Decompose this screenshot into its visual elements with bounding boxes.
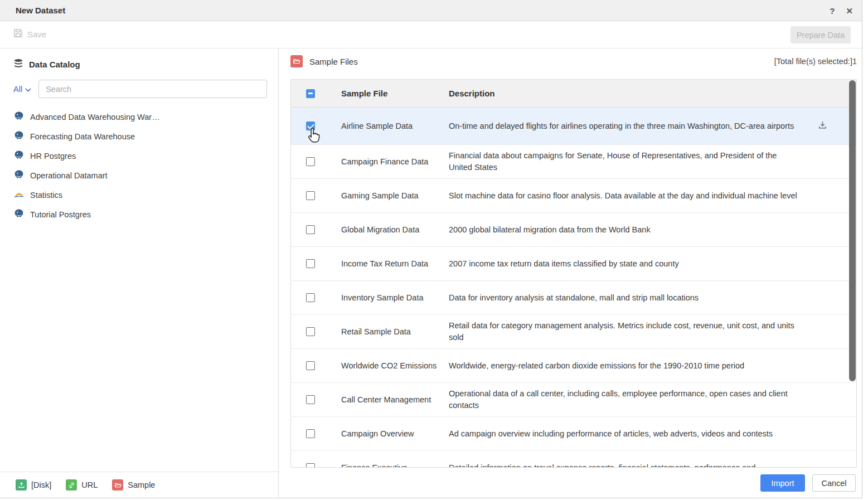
postgres-elephant-icon (14, 130, 24, 142)
sample-file-name: Finance Executive (341, 463, 449, 468)
catalog-item-label: Statistics (30, 191, 62, 200)
sample-file-description: 2007 income tax return data items classi… (449, 253, 800, 275)
save-button-label: Save (27, 30, 46, 39)
download-icon[interactable] (818, 120, 827, 132)
sample-file-description: Retail data for category management anal… (449, 315, 800, 348)
table-row-worldwide-co2-emissions[interactable]: Worldwide CO2 Emissions Worldwide, energ… (291, 348, 856, 382)
catalog-item-label: Forecasting Data Warehouse (30, 132, 135, 141)
sample-file-name: Inventory Sample Data (341, 293, 449, 302)
legend-url-label: URL (81, 480, 98, 489)
sample-file-description: 2000 global bilateral migration data fro… (449, 219, 800, 241)
table-row-finance-executive[interactable]: Finance Executive Detailed information o… (291, 450, 856, 468)
table-header-row: Sample File Description (291, 80, 856, 108)
column-header-description: Description (449, 89, 856, 98)
sample-files-header: Sample Files [Total file(s) selected:]1 (290, 48, 857, 79)
table-row-income-tax-return-data[interactable]: Income Tax Return Data 2007 income tax r… (291, 246, 856, 280)
sample-file-description: Ad campaign overview including performan… (449, 423, 800, 445)
database-stack-icon (13, 59, 23, 70)
table-row-inventory-sample-data[interactable]: Inventory Sample Data Data for inventory… (291, 280, 856, 314)
table-row-campaign-finance-data[interactable]: Campaign Finance Data Financial data abo… (291, 144, 856, 178)
table-row-call-center-management[interactable]: Call Center Management Operational data … (291, 382, 856, 416)
dialog-toolbar: Save Prepare Data (0, 21, 862, 48)
table-scrollbar-thumb[interactable] (849, 80, 856, 381)
catalog-list: Advanced Data Warehousing War… Forecasti… (0, 107, 278, 224)
row-checkbox[interactable] (306, 429, 315, 438)
postgres-elephant-icon (14, 150, 24, 162)
legend-sample[interactable]: Sample (112, 479, 155, 491)
sample-file-description: Detailed information on travel expense r… (449, 457, 800, 468)
catalog-item-forecasting-data-warehouse[interactable]: Forecasting Data Warehouse (0, 127, 278, 146)
chevron-down-icon (25, 85, 31, 94)
dialog-body: Data Catalog All (0, 48, 862, 498)
table-row-airline-sample-data[interactable]: Airline Sample Data On-time and delayed … (291, 108, 856, 144)
sample-file-description: Worldwide, energy-related carbon dioxide… (449, 355, 800, 377)
sample-file-description: On-time and delayed flights for airlines… (449, 115, 800, 137)
sample-file-name: Global Migration Data (341, 225, 449, 234)
close-icon[interactable]: ✕ (846, 7, 853, 15)
data-catalog-title: Data Catalog (29, 60, 80, 69)
sample-files-panel: Sample Files [Total file(s) selected:]1 … (279, 48, 862, 498)
table-row-campaign-overview[interactable]: Campaign Overview Ad campaign overview i… (291, 416, 856, 450)
prepare-data-button[interactable]: Prepare Data (791, 26, 851, 43)
row-checkbox[interactable] (306, 259, 315, 268)
catalog-item-label: Tutorial Postgres (30, 210, 91, 219)
catalog-item-label: HR Postgres (30, 152, 76, 161)
catalog-item-label: Operational Datamart (30, 171, 108, 180)
catalog-item-tutorial-postgres[interactable]: Tutorial Postgres (0, 205, 278, 224)
sample-files-table: Sample File Description Airline Sample D… (290, 79, 857, 468)
import-button[interactable]: Import (760, 474, 805, 492)
open-folder-icon (290, 55, 303, 67)
row-checkbox[interactable] (306, 157, 315, 166)
row-checkbox[interactable] (306, 225, 315, 234)
row-checkbox[interactable] (306, 191, 315, 200)
legend-disk-label: [Disk] (31, 480, 51, 489)
dialog-title: New Dataset (0, 6, 65, 15)
dialog-titlebar: New Dataset ? ✕ (0, 0, 862, 21)
select-all-cell (291, 89, 341, 98)
sample-file-name: Retail Sample Data (341, 327, 449, 336)
sample-file-description: Operational data of a call center, inclu… (449, 383, 800, 416)
data-catalog-header: Data Catalog (13, 59, 278, 70)
titlebar-actions: ? ✕ (830, 0, 853, 21)
legend-sample-label: Sample (128, 480, 155, 489)
postgres-elephant-icon (14, 208, 24, 220)
save-button[interactable]: Save (13, 28, 46, 40)
legend-url[interactable]: URL (66, 479, 98, 491)
catalog-filter-row: All (13, 80, 267, 98)
legend-disk[interactable]: [Disk] (16, 479, 51, 491)
catalog-item-label: Advanced Data Warehousing War… (30, 113, 160, 122)
data-catalog-panel: Data Catalog All (0, 48, 279, 498)
row-checkbox[interactable] (306, 463, 315, 468)
section-title-label: Sample Files (309, 57, 358, 66)
sample-file-name: Worldwide CO2 Emissions (341, 361, 449, 370)
open-folder-icon (112, 479, 123, 491)
sample-file-name: Gaming Sample Data (341, 191, 449, 200)
postgres-elephant-icon (14, 169, 24, 181)
upload-tray-icon (16, 479, 27, 491)
row-checkbox[interactable] (306, 327, 315, 336)
catalog-item-hr-postgres[interactable]: HR Postgres (0, 146, 278, 166)
table-row-global-migration-data[interactable]: Global Migration Data 2000 global bilate… (291, 212, 856, 246)
catalog-item-operational-datamart[interactable]: Operational Datamart (0, 166, 278, 185)
row-checkbox[interactable] (306, 361, 315, 370)
select-all-checkbox[interactable] (306, 89, 315, 98)
sample-file-description: Slot machine data for casino floor analy… (449, 185, 800, 207)
table-row-retail-sample-data[interactable]: Retail Sample Data Retail data for categ… (291, 314, 856, 348)
search-input[interactable] (38, 80, 267, 98)
catalog-filter-dropdown[interactable]: All (13, 85, 31, 94)
sample-file-name: Campaign Overview (341, 429, 449, 438)
new-dataset-dialog: New Dataset ? ✕ Save Prepare Data (0, 0, 862, 498)
table-row-gaming-sample-data[interactable]: Gaming Sample Data Slot machine data for… (291, 178, 856, 212)
sample-file-description: Data for inventory analysis at standalon… (449, 287, 800, 309)
catalog-item-statistics[interactable]: Statistics (0, 185, 278, 205)
table-body: Airline Sample Data On-time and delayed … (291, 108, 856, 468)
row-checkbox[interactable] (306, 395, 315, 404)
cancel-button[interactable]: Cancel (812, 474, 856, 492)
row-checkbox[interactable] (306, 293, 315, 302)
row-checkbox[interactable] (306, 122, 315, 130)
help-icon[interactable]: ? (830, 7, 835, 15)
catalog-item-advanced-data-warehousing[interactable]: Advanced Data Warehousing War… (0, 107, 278, 127)
link-icon (66, 479, 77, 491)
floppy-disk-icon (13, 28, 23, 40)
source-legend: [Disk] URL (0, 472, 278, 498)
